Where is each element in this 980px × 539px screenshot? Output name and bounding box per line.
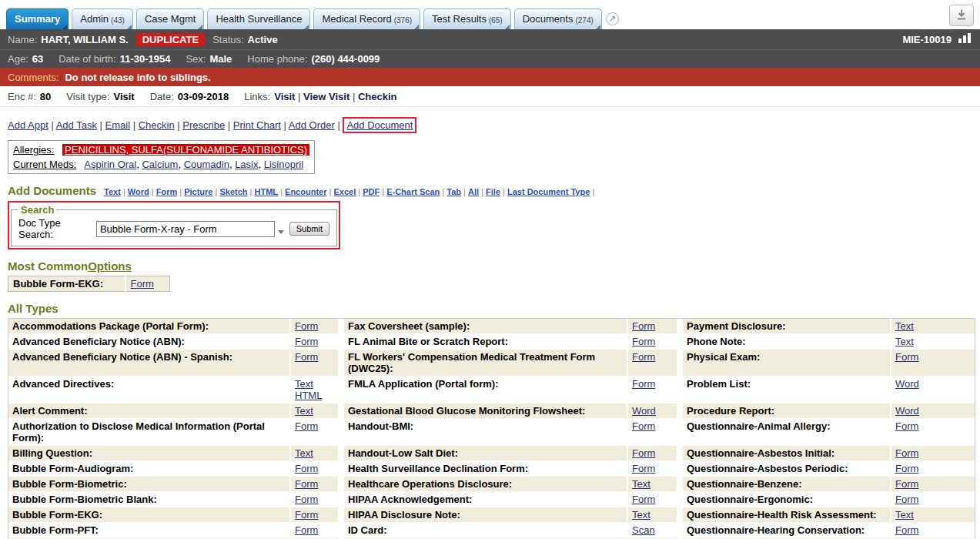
- doc-type-link-last-document-type[interactable]: Last Document Type: [507, 187, 590, 196]
- doc-link-alert-comment-text[interactable]: Text: [295, 405, 313, 417]
- doc-link-bubble-form-biometric-blank-form[interactable]: Form: [295, 494, 318, 505]
- doc-link-payment-disclosure-text[interactable]: Text: [895, 320, 914, 332]
- doc-type-link-pdf[interactable]: PDF: [363, 187, 380, 196]
- tab-admin[interactable]: Admin(43): [72, 8, 133, 29]
- med-link-calcium[interactable]: Calcium: [142, 159, 178, 170]
- doc-type-link-form[interactable]: Form: [156, 187, 178, 196]
- tab-label: Medical Record: [322, 13, 391, 25]
- tab-summary[interactable]: Summary: [6, 8, 69, 29]
- submit-button[interactable]: Submit: [289, 222, 329, 236]
- doc-type-link-sketch[interactable]: Sketch: [219, 187, 247, 196]
- doc-link-healthcare-operations-disclosure-text[interactable]: Text: [632, 478, 651, 490]
- encounter-link-visit[interactable]: Visit: [274, 91, 295, 102]
- doc-link-bubble-form-audiogram-form[interactable]: Form: [295, 463, 318, 474]
- doc-type-name: Bubble Form-Audiogram:: [8, 461, 290, 477]
- doc-link-questionnaire-asbestos-periodic-form[interactable]: Form: [895, 463, 918, 474]
- doc-link-bubble-form-ekg-form[interactable]: Form: [131, 278, 154, 290]
- doc-link-health-surveillance-declination-form-form[interactable]: Form: [632, 463, 655, 474]
- doc-link-bubble-form-pft-form[interactable]: Form: [295, 524, 318, 536]
- med-link-coumadin[interactable]: Coumadin: [184, 159, 229, 170]
- doc-type-link-picture[interactable]: Picture: [184, 187, 212, 196]
- doc-type-link-text[interactable]: Text: [104, 187, 121, 196]
- action-link-add-appt[interactable]: Add Appt: [8, 119, 48, 131]
- doc-type-link-excel[interactable]: Excel: [333, 187, 356, 196]
- doc-link-billing-question-text[interactable]: Text: [295, 447, 313, 459]
- doc-type-search-input[interactable]: [96, 221, 275, 237]
- doc-type-link-html[interactable]: HTML: [255, 187, 279, 196]
- combo-dropdown-icon[interactable]: [278, 230, 284, 234]
- collapse-header-button[interactable]: [949, 5, 974, 26]
- action-link-add-document[interactable]: Add Document: [343, 117, 416, 133]
- most-common-options-link[interactable]: Options: [88, 259, 132, 273]
- tab-label: Documents: [523, 13, 574, 25]
- doc-link-accommodations-package-portal-form-form[interactable]: Form: [295, 320, 318, 332]
- doc-link-advanced-beneficiary-notice-abn-spanish-form[interactable]: Form: [295, 351, 318, 363]
- current-meds-label-link[interactable]: Current Meds:: [13, 159, 76, 170]
- popout-icon[interactable]: ↗: [606, 12, 619, 25]
- action-link-add-order[interactable]: Add Order: [289, 119, 335, 131]
- doc-link-fmla-application-portal-form-form[interactable]: Form: [632, 378, 655, 390]
- record-id: MIE-10019: [902, 34, 952, 45]
- doc-type-link-all[interactable]: All: [468, 187, 479, 196]
- tab-case-mgmt[interactable]: Case Mgmt: [136, 8, 204, 29]
- doc-link-questionnaire-ergonomic-form[interactable]: Form: [895, 494, 918, 505]
- chart-icon[interactable]: [958, 33, 972, 45]
- doc-link-questionnaire-hearing-conservation-form[interactable]: Form: [895, 524, 918, 536]
- doc-link-fax-coversheet-sample-form[interactable]: Form: [632, 320, 655, 332]
- doc-link-authorization-to-disclose-medical-information-portal-form-form[interactable]: Form: [295, 420, 318, 432]
- action-link-print-chart[interactable]: Print Chart: [233, 119, 281, 131]
- med-link-lasix[interactable]: Lasix: [235, 159, 258, 170]
- doc-link-questionnaire-asbestos-initial-form[interactable]: Form: [895, 447, 918, 459]
- tab-documents[interactable]: Documents(274): [514, 8, 602, 29]
- med-link-aspirin-oral[interactable]: Aspirin Oral: [84, 159, 136, 170]
- doc-link-fl-animal-bite-or-scratch-report-form[interactable]: Form: [632, 336, 655, 347]
- doc-link-questionnaire-benzene-form[interactable]: Form: [895, 478, 918, 490]
- doc-link-questionnaire-health-risk-assessment-text[interactable]: Text: [895, 509, 914, 521]
- doc-type-name: Fax Coversheet (sample):: [344, 319, 627, 334]
- doc-link-advanced-directives-text[interactable]: Text: [295, 378, 313, 390]
- doc-link-bubble-form-ekg-form[interactable]: Form: [295, 509, 318, 521]
- doc-link-handout-low-salt-diet-form[interactable]: Form: [632, 447, 655, 459]
- doc-link-hipaa-disclosure-note-text[interactable]: Text: [632, 509, 651, 521]
- doc-type-link-encounter[interactable]: Encounter: [285, 187, 326, 196]
- action-link-add-task[interactable]: Add Task: [56, 119, 97, 131]
- tab-health-surveillance[interactable]: Health Surveillance: [207, 8, 310, 29]
- med-link-lisinopril[interactable]: Lisinopril: [264, 159, 303, 170]
- doc-type-search-label: Doc Type Search:: [18, 217, 93, 240]
- doc-type-name: Payment Disclosure:: [683, 319, 891, 334]
- doc-link-advanced-directives-html[interactable]: HTML: [295, 390, 322, 401]
- comments-value: Do not release info to siblings.: [65, 72, 210, 83]
- action-link-email[interactable]: Email: [105, 119, 131, 131]
- duplicate-badge[interactable]: DUPLICATE: [136, 33, 205, 46]
- doc-link-bubble-form-biometric-form[interactable]: Form: [295, 478, 318, 490]
- doc-link-advanced-beneficiary-notice-abn-form[interactable]: Form: [295, 336, 318, 347]
- sex-value: Male: [209, 53, 232, 65]
- doc-link-hipaa-acknowledgement-form[interactable]: Form: [632, 494, 655, 505]
- doc-type-link-file[interactable]: File: [486, 187, 500, 196]
- allergies-label-link[interactable]: Allergies:: [13, 144, 54, 156]
- doc-link-procedure-report-word[interactable]: Word: [895, 405, 919, 417]
- doc-link-id-card-scan[interactable]: Scan: [632, 524, 655, 536]
- doc-link-questionnaire-animal-allergy-form[interactable]: Form: [895, 420, 918, 432]
- doc-type-name: FL Animal Bite or Scratch Report:: [344, 334, 627, 350]
- action-link-checkin[interactable]: Checkin: [139, 119, 175, 131]
- doc-link-physical-exam-form[interactable]: Form: [895, 351, 918, 363]
- doc-link-fl-workers-compensation-medical-treatment-form-dwc25-form[interactable]: Form: [632, 351, 655, 363]
- doc-type-row: Bubble Form-Biometric:FormHealthcare Ope…: [8, 477, 975, 492]
- action-link-prescribe[interactable]: Prescribe: [182, 119, 225, 131]
- doc-link-problem-list-word[interactable]: Word: [895, 378, 919, 390]
- encounter-link-view-visit[interactable]: View Visit: [303, 91, 350, 102]
- tab-medical-record[interactable]: Medical Record(376): [313, 8, 420, 29]
- allergy-alert-link[interactable]: PENICILLINS, SULFA(SULFONAMIDE ANTIBIOTI…: [62, 144, 309, 156]
- search-fieldset: Search Doc Type Search: Submit: [11, 204, 337, 246]
- tab-test-results[interactable]: Test Results(65): [423, 8, 511, 29]
- encounter-link-checkin[interactable]: Checkin: [358, 91, 397, 102]
- doc-type-link-e-chart-scan[interactable]: E-Chart Scan: [386, 187, 440, 196]
- doc-link-phone-note-text[interactable]: Text: [895, 336, 914, 347]
- doc-link-handout-bmi-form[interactable]: Form: [632, 420, 655, 432]
- doc-type-row: Advanced Beneficiary Notice (ABN):FormFL…: [8, 334, 975, 350]
- doc-link-gestational-blood-glucose-monitoring-flowsheet-word[interactable]: Word: [632, 405, 656, 417]
- doc-type-link-word[interactable]: Word: [128, 187, 149, 196]
- doc-type-link-tab[interactable]: Tab: [447, 187, 461, 196]
- doc-type-name: Bubble Form-PFT:: [8, 523, 290, 538]
